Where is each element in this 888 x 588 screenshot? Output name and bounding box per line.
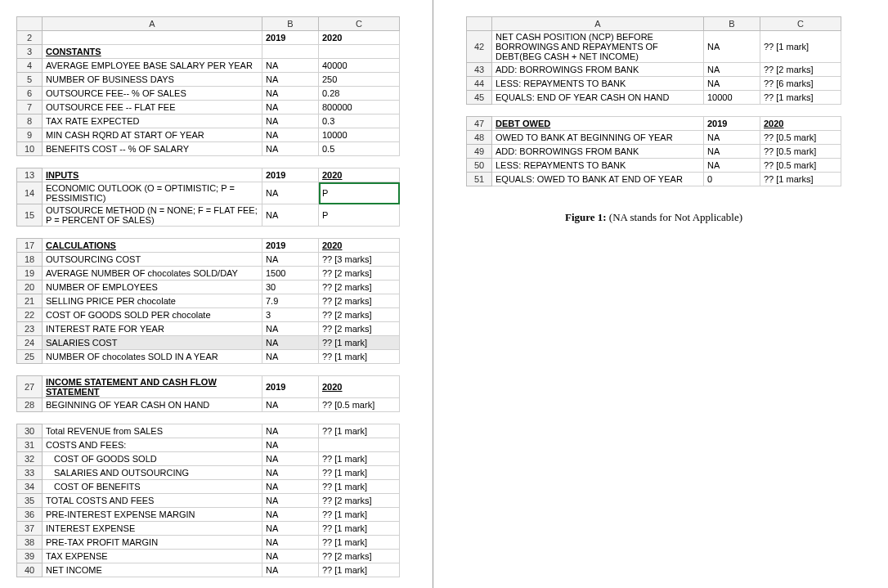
cell[interactable]: BENEFITS COST -- % OF SALARY [43, 142, 262, 156]
column-header-a[interactable]: A [43, 17, 262, 31]
cell[interactable]: ?? [2 marks] [319, 294, 400, 308]
cell[interactable]: AVERAGE EMPLOYEE BASE SALARY PER YEAR [43, 59, 262, 73]
cell[interactable]: 0 [704, 173, 760, 186]
row-header[interactable]: 23 [17, 322, 43, 336]
row-header[interactable]: 50 [467, 159, 492, 173]
cell[interactable]: Total REVENUE from SALES [43, 424, 262, 438]
cell[interactable]: CONSTANTS [43, 45, 262, 59]
cell[interactable]: OUTSOURCE FEE -- FLAT FEE [43, 101, 262, 114]
row-header[interactable]: 32 [17, 452, 43, 466]
cell[interactable]: NA [262, 424, 319, 438]
cell[interactable]: NA [262, 336, 319, 350]
row-header[interactable]: 21 [17, 294, 43, 308]
cell[interactable]: NA [262, 87, 319, 101]
cell[interactable]: 2019 [262, 168, 319, 182]
cell[interactable]: NA [262, 73, 319, 87]
cell[interactable]: ?? [2 marks] [319, 550, 400, 563]
row-header[interactable]: 48 [467, 131, 492, 145]
row-header[interactable]: 9 [17, 128, 43, 142]
cell[interactable]: ?? [1 mark] [319, 424, 400, 438]
cell[interactable]: NA [262, 253, 319, 267]
cell[interactable]: INTEREST RATE FOR YEAR [43, 322, 262, 336]
row-header[interactable]: 13 [17, 168, 43, 182]
row-header[interactable]: 8 [17, 114, 43, 128]
row-header[interactable]: 19 [17, 267, 43, 281]
cell[interactable]: ?? [1 mark] [319, 480, 400, 494]
cell[interactable]: 0.5 [319, 142, 400, 156]
cell[interactable]: 2020 [319, 31, 400, 45]
left-table[interactable]: ABC2201920203CONSTANTS4AVERAGE EMPLOYEE … [16, 16, 400, 577]
cell[interactable]: NA [262, 563, 319, 577]
row-header[interactable]: 14 [17, 182, 43, 204]
cell[interactable]: ?? [1 marks] [760, 91, 841, 105]
cell[interactable]: TAX RATE EXPECTED [43, 114, 262, 128]
cell[interactable]: NA [262, 182, 319, 204]
cell[interactable]: 250 [319, 73, 400, 87]
cell[interactable]: OUTSOURCING COST [43, 253, 262, 267]
cell[interactable]: TOTAL COSTS AND FEES [43, 494, 262, 508]
row-header[interactable]: 5 [17, 73, 43, 87]
select-all-triangle[interactable] [17, 17, 43, 31]
cell[interactable]: ?? [2 marks] [319, 322, 400, 336]
cell[interactable]: OUTSOURCE FEE-- % OF SALES [43, 87, 262, 101]
cell[interactable]: DEBT OWED [492, 117, 704, 131]
cell[interactable]: NA [262, 480, 319, 494]
cell[interactable]: NA [262, 466, 319, 480]
cell[interactable]: NA [704, 77, 760, 91]
cell[interactable]: ?? [3 marks] [319, 253, 400, 267]
row-header[interactable]: 38 [17, 536, 43, 550]
row-header[interactable]: 2 [17, 31, 43, 45]
cell[interactable]: TAX EXPENSE [43, 550, 262, 563]
row-header[interactable]: 36 [17, 508, 43, 522]
cell[interactable]: 10000 [319, 128, 400, 142]
cell[interactable]: 3 [262, 308, 319, 322]
cell[interactable]: ?? [1 mark] [319, 536, 400, 550]
cell[interactable]: ?? [2 marks] [319, 267, 400, 281]
cell[interactable]: ?? [1 mark] [319, 466, 400, 480]
row-header[interactable]: 24 [17, 336, 43, 350]
right-table[interactable]: ABC42NET CASH POSITION (NCP) BEFORE BORR… [466, 16, 841, 186]
cell[interactable]: 0.28 [319, 87, 400, 101]
cell[interactable]: NUMBER OF BUSINESS DAYS [43, 73, 262, 87]
cell[interactable]: NA [262, 204, 319, 227]
cell[interactable]: ?? [0.5 mark] [760, 159, 841, 173]
cell[interactable]: NA [704, 63, 760, 77]
cell[interactable]: SALARIES AND OUTSOURCING [43, 466, 262, 480]
cell[interactable]: 2019 [262, 376, 319, 398]
cell[interactable]: NA [262, 522, 319, 536]
cell[interactable]: ?? [1 mark] [319, 336, 400, 350]
cell[interactable]: ?? [1 mark] [319, 522, 400, 536]
row-header[interactable]: 27 [17, 376, 43, 398]
cell[interactable]: SELLING PRICE PER chocolate [43, 294, 262, 308]
cell[interactable]: ?? [0.5 mark] [760, 131, 841, 145]
cell[interactable]: ?? [2 marks] [319, 308, 400, 322]
cell[interactable]: PRE-INTEREST EXPENSE MARGIN [43, 508, 262, 522]
cell[interactable]: NA [262, 398, 319, 412]
row-header[interactable]: 43 [467, 63, 492, 77]
row-header[interactable]: 30 [17, 424, 43, 438]
row-header[interactable]: 31 [17, 438, 43, 452]
cell[interactable]: NA [262, 508, 319, 522]
cell[interactable]: 2019 [262, 31, 319, 45]
cell[interactable]: ?? [1 mark] [319, 350, 400, 364]
cell[interactable]: AVERAGE NUMBER OF chocolates SOLD/DAY [43, 267, 262, 281]
cell[interactable]: 2020 [319, 239, 400, 253]
cell[interactable]: LESS: REPAYMENTS TO BANK [492, 77, 704, 91]
cell[interactable]: NA [262, 322, 319, 336]
cell[interactable]: ?? [1 marks] [760, 173, 841, 186]
cell[interactable]: NET CASH POSITION (NCP) BEFORE BORROWING… [492, 31, 704, 63]
row-header[interactable]: 10 [17, 142, 43, 156]
cell[interactable]: COSTS AND FEES: [43, 438, 262, 452]
row-header[interactable]: 35 [17, 494, 43, 508]
cell[interactable]: COST OF GOODS SOLD PER chocolate [43, 308, 262, 322]
row-header[interactable]: 39 [17, 550, 43, 563]
cell[interactable]: 2019 [704, 117, 760, 131]
cell[interactable]: P [319, 182, 400, 204]
cell[interactable]: NA [262, 550, 319, 563]
cell[interactable]: NA [262, 452, 319, 466]
cell[interactable]: 2020 [760, 117, 841, 131]
row-header[interactable]: 45 [467, 91, 492, 105]
cell[interactable]: ?? [2 marks] [760, 63, 841, 77]
row-header[interactable]: 3 [17, 45, 43, 59]
cell[interactable]: SALARIES COST [43, 336, 262, 350]
